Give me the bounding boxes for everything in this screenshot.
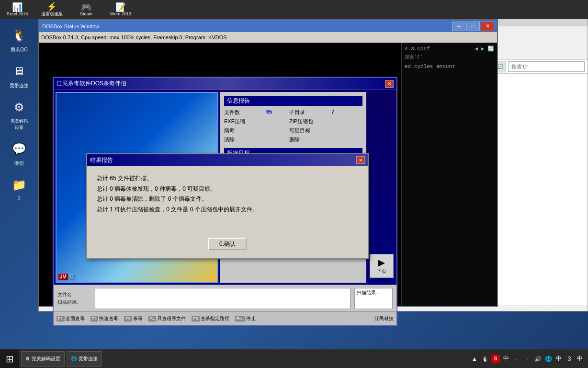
desktop-icon-weixin[interactable]: 💬 微信 <box>2 138 36 169</box>
av-bottom-bar: F1 全面查毒 F2 快速查毒 F3 杀毒 F4 只查程序文件 F5 查杀指定路… <box>54 311 396 325</box>
desktop-icon-connect[interactable]: 🖥 宽带连接 <box>2 60 36 91</box>
desktop-icons-panel: 🐧 腾讯QQ 🖥 宽带连接 ⚙ 完美解码设置 💬 微信 📁 3 <box>0 19 38 208</box>
result-ok-button[interactable]: 0.确认 <box>208 238 247 250</box>
av-brand: 江民科技 <box>374 315 394 322</box>
av-info-grid: 文件数 65 子目录 7 EXE压缩 ZIP压缩包 病毒 可疑目标 清除 删除 <box>224 109 362 143</box>
label-clean: 清除 <box>224 136 262 143</box>
word-icon: 📝 <box>115 3 126 12</box>
value-virus <box>266 127 285 134</box>
connect-icon: 🖥 <box>10 62 29 81</box>
value-delete <box>331 136 351 143</box>
av-file-area: 文件名 扫描结果. 扫描结果... <box>54 285 396 311</box>
nav-arrows: ◀ ▶ 🔄 <box>475 46 494 52</box>
right-panel-header: 4-3.conf ◀ ▶ 🔄 <box>405 46 494 52</box>
tray-input-icon[interactable]: 中 <box>502 355 510 363</box>
result-content: 总计 65 文件被扫描。 总计 0 病毒体被发现，0 种病毒，0 可疑目标。 总… <box>87 166 368 222</box>
key-f5[interactable]: F5 查杀指定路径 <box>192 315 229 322</box>
av-next-btn[interactable]: ▶ 下页 <box>370 254 394 278</box>
dosbox-close[interactable]: ✕ <box>481 22 494 31</box>
tray-qq-icon[interactable]: 🐧 <box>481 355 489 363</box>
av-info-title: 信息报告 <box>224 96 362 106</box>
key-f2[interactable]: F2 快速查毒 <box>90 315 119 322</box>
label-subdir: 子目录 <box>289 109 328 116</box>
desktop-icon-qq[interactable]: 🐧 腾讯QQ <box>2 24 36 55</box>
result-line-3: 总计 0 病毒被清除，删除了 0 个病毒文件。 <box>97 194 358 205</box>
cycle-text: ed cycles amount <box>405 63 494 70</box>
tray-volume-icon[interactable]: 🔊 <box>533 355 542 363</box>
av-titlebar: 江民杀毒软件DOS杀毒伴侣 ✕ <box>54 78 396 90</box>
dosbox-maximize[interactable]: □ <box>466 22 480 31</box>
tray-dot2: · <box>523 355 531 363</box>
scan-result-label: 扫描结果. <box>57 299 91 306</box>
label-zip: ZIP压缩包 <box>289 118 328 125</box>
taskbar-steam[interactable]: 🎮 Steam <box>69 0 103 19</box>
value-subdir: 7 <box>331 109 351 116</box>
taskbar-word[interactable]: 📝 Word 2013 <box>103 0 138 19</box>
av-file-list <box>95 288 351 309</box>
windows-icon: ⊞ <box>6 353 14 365</box>
qq-icon: 🐧 <box>10 26 29 45</box>
tray-num3: 3 <box>565 355 574 363</box>
settings-taskbar-icon: ⚙ <box>25 356 30 361</box>
key-f3[interactable]: F3 杀毒 <box>124 315 143 322</box>
key-f1[interactable]: F1 全面查毒 <box>57 315 85 322</box>
key-esc[interactable]: Esc 停止 <box>235 315 256 322</box>
label-suspect: 可疑目标 <box>289 127 328 134</box>
connect-taskbar-icon: 🌐 <box>71 356 77 361</box>
value-files: 65 <box>266 109 285 116</box>
value-zip <box>331 118 351 125</box>
file-name-label: 文件名 <box>57 291 91 298</box>
next-label: 下页 <box>377 268 386 275</box>
result-line-2: 总计 0 病毒体被发现，0 种病毒，0 可疑目标。 <box>97 184 358 195</box>
label-delete: 删除 <box>289 136 328 143</box>
av-logo: JM 江 <box>58 274 74 280</box>
tray-network-icon[interactable]: 🌐 <box>544 355 553 363</box>
system-tray: ▲ 🐧 S 中 · · 🔊 🌐 中 3 中 <box>470 355 584 363</box>
steam-icon: 🎮 <box>81 3 91 12</box>
result-title-text: 结果报告 <box>90 156 113 164</box>
taskbar-top: 📊 Excel 2013 ⚡ 迅雷极速版 🎮 Steam 📝 Word 2013 <box>0 0 588 19</box>
excel-icon: 📊 <box>12 3 23 12</box>
label-files: 文件数 <box>224 109 262 116</box>
settings-icon: ⚙ <box>10 98 29 117</box>
taskbar-excel[interactable]: 📊 Excel 2013 <box>0 0 34 19</box>
dosbox-minimize[interactable]: ─ <box>452 22 465 31</box>
av-title-text: 江民杀毒软件DOS杀毒伴侣 <box>57 80 126 88</box>
taskbar-xunlei[interactable]: ⚡ 迅雷极速版 <box>34 0 69 19</box>
start-button[interactable]: ⊞ <box>0 349 19 368</box>
folder-icon: 📁 <box>10 175 29 195</box>
conf-filename: 4-3.conf <box>405 46 430 52</box>
result-dialog-titlebar: 结果报告 ✕ <box>87 154 368 166</box>
taskbar-item-settings[interactable]: ⚙ 完美解码设置 <box>21 351 65 367</box>
value-exe <box>266 118 285 125</box>
result-close-btn[interactable]: ✕ <box>356 156 365 164</box>
desktop-icon-num3[interactable]: 📁 3 <box>2 173 36 203</box>
search-label: 搜索'C' <box>405 54 494 60</box>
tray-arrow[interactable]: ▲ <box>470 355 479 363</box>
result-dialog: 结果报告 ✕ 总计 65 文件被扫描。 总计 0 病毒体被发现，0 种病毒，0 … <box>86 153 369 259</box>
dosbox-right-panel: 4-3.conf ◀ ▶ 🔄 搜索'C' ed cycles amount <box>401 43 497 306</box>
tray-input2[interactable]: 中 <box>576 355 584 363</box>
next-icon: ▶ <box>378 257 385 268</box>
value-suspect <box>331 127 351 134</box>
label-virus: 病毒 <box>224 127 262 134</box>
results-title: 扫描结果... <box>357 289 390 296</box>
tray-sogou-icon[interactable]: S <box>491 355 500 363</box>
tray-dot1: · <box>512 355 521 363</box>
search-input[interactable] <box>508 61 585 72</box>
dosbox-menubar: DOSBox 0.74-3, Cpu speed: max 100% cycle… <box>39 32 497 43</box>
xunlei-icon: ⚡ <box>46 2 57 11</box>
result-line-1: 总计 65 文件被扫描。 <box>97 173 358 184</box>
taskbar-bottom: ⊞ ⚙ 完美解码设置 🌐 宽带连接 ▲ 🐧 S 中 · · 🔊 🌐 中 3 中 <box>0 349 588 368</box>
taskbar-item-connect[interactable]: 🌐 宽带连接 <box>67 351 102 367</box>
av-file-area-labels: 文件名 扫描结果. <box>57 291 91 306</box>
key-f4[interactable]: F4 只查程序文件 <box>148 315 186 322</box>
label-exe: EXE压缩 <box>224 118 262 125</box>
dosbox-title-text: DOSBox Status Window <box>42 23 99 29</box>
av-close-button[interactable]: ✕ <box>385 80 394 88</box>
tray-input-zh[interactable]: 中 <box>554 355 563 363</box>
av-next-panel: ▶ 下页 <box>368 92 395 283</box>
desktop-icon-settings[interactable]: ⚙ 完美解码设置 <box>2 96 36 133</box>
taskbar-right: ▲ 🐧 S 中 · · 🔊 🌐 中 3 中 <box>466 355 588 363</box>
av-results-panel: 扫描结果... <box>354 288 393 309</box>
